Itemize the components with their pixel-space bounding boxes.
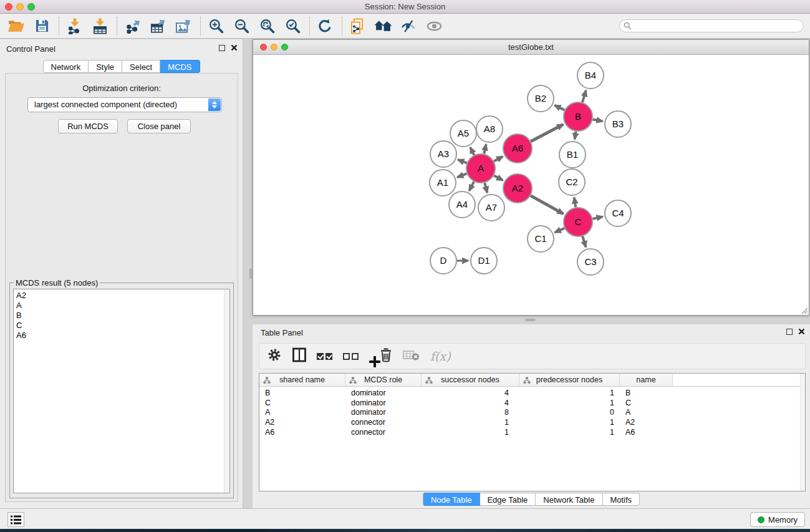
table-row[interactable]: A2connector11A2: [259, 418, 805, 428]
graph-edge-A-A5[interactable]: [470, 147, 474, 155]
graph-node-D[interactable]: D: [430, 248, 456, 274]
graph-edge-A-A2[interactable]: [494, 175, 503, 180]
list-scrollbar[interactable]: [224, 289, 229, 493]
criterion-select[interactable]: largest connected component (directed): [27, 97, 222, 112]
graph-edge-B-B1[interactable]: [575, 132, 576, 140]
cell-shared-name[interactable]: C: [259, 399, 345, 409]
cell-successor-nodes[interactable]: 4: [422, 389, 519, 399]
cell-predecessor-nodes[interactable]: 1: [519, 389, 620, 399]
close-panel-icon[interactable]: [798, 328, 805, 335]
cell-shared-name[interactable]: B: [259, 389, 345, 399]
graph-node-A3[interactable]: A3: [430, 141, 456, 167]
zoom-network-button[interactable]: [281, 44, 288, 51]
cell-name[interactable]: A: [620, 408, 673, 418]
tab-network[interactable]: Network: [42, 60, 89, 73]
tab-edge-table[interactable]: Edge Table: [480, 493, 536, 506]
graph-edge-A-A8[interactable]: [484, 144, 486, 153]
tab-node-table[interactable]: Node Table: [423, 493, 480, 506]
graph-edge-B-B4[interactable]: [582, 90, 586, 102]
cell-MCDS-role[interactable]: dominator: [345, 389, 422, 399]
table-scrollbar[interactable]: [800, 374, 805, 491]
search-input[interactable]: [619, 19, 804, 32]
mcds-result-item[interactable]: A2: [16, 291, 229, 301]
float-panel-icon[interactable]: [786, 329, 793, 335]
cell-successor-nodes[interactable]: 8: [422, 408, 519, 418]
graph-edge-A-A1[interactable]: [457, 173, 466, 177]
save-session-button[interactable]: [32, 16, 52, 36]
close-panel-icon[interactable]: [231, 44, 238, 51]
graph-edge-C-C2[interactable]: [574, 198, 576, 208]
network-from-document-button[interactable]: [347, 16, 367, 36]
cell-shared-name[interactable]: A2: [259, 418, 345, 428]
open-session-button[interactable]: [6, 16, 26, 36]
graph-node-C3[interactable]: C3: [577, 249, 604, 275]
home-view-button[interactable]: [373, 16, 393, 36]
graph-edge-B-B3[interactable]: [593, 119, 603, 121]
cell-predecessor-nodes[interactable]: 0: [519, 408, 620, 418]
zoom-selected-button[interactable]: [282, 16, 302, 36]
refresh-view-button[interactable]: [315, 16, 335, 36]
cell-name[interactable]: A2: [620, 418, 673, 428]
float-panel-icon[interactable]: [219, 45, 225, 51]
function-builder-button[interactable]: f(x): [430, 349, 451, 363]
task-history-button[interactable]: [7, 512, 24, 527]
minimize-window-button[interactable]: [16, 3, 24, 11]
deselect-all-rows-button[interactable]: [343, 353, 359, 360]
graph-node-A1[interactable]: A1: [430, 170, 456, 196]
mcds-result-item[interactable]: B: [16, 311, 229, 321]
mcds-result-item[interactable]: A: [16, 301, 229, 311]
column-header-MCDS-role[interactable]: MCDS role: [345, 374, 422, 386]
graph-node-A2[interactable]: A2: [503, 174, 532, 203]
cell-MCDS-role[interactable]: connector: [345, 428, 422, 438]
close-network-button[interactable]: [260, 44, 267, 51]
column-header-predecessor-nodes[interactable]: predecessor nodes: [519, 374, 620, 386]
delete-column-button[interactable]: [380, 347, 392, 365]
graph-node-C4[interactable]: C4: [605, 200, 631, 226]
hide-graphics-details-button[interactable]: [398, 16, 418, 36]
graph-node-B1[interactable]: B1: [559, 142, 586, 168]
network-canvas[interactable]: AA6A2BCA1A3A4A5A7A8B1B2B3B4C1C2C3C4DD1: [253, 55, 809, 315]
graph-node-B[interactable]: B: [564, 102, 592, 131]
mcds-result-item[interactable]: C: [16, 321, 229, 331]
minimize-network-button[interactable]: [271, 44, 277, 51]
tab-style[interactable]: Style: [89, 60, 122, 73]
cell-name[interactable]: A6: [620, 428, 673, 438]
run-mcds-button[interactable]: Run MCDS: [58, 119, 118, 133]
graph-edge-C-C4[interactable]: [592, 216, 602, 219]
graph-node-A7[interactable]: A7: [478, 195, 504, 221]
graph-edge-A-A6[interactable]: [494, 157, 503, 162]
cell-shared-name[interactable]: A6: [259, 428, 345, 438]
import-network-button[interactable]: [64, 16, 84, 36]
desktop-horizontal-scroll-thumb[interactable]: [525, 319, 536, 321]
network-window-titlebar[interactable]: testGlobe.txt: [253, 40, 809, 55]
graph-node-A6[interactable]: A6: [503, 134, 532, 163]
zoom-in-button[interactable]: [206, 16, 226, 36]
cell-successor-nodes[interactable]: 1: [422, 428, 519, 438]
export-network-button[interactable]: [122, 16, 142, 36]
graph-edge-C-C3[interactable]: [582, 236, 586, 247]
graph-node-C1[interactable]: C1: [528, 226, 554, 252]
import-table-button[interactable]: [90, 16, 110, 36]
table-row[interactable]: Adominator80A: [259, 408, 805, 418]
graph-node-A4[interactable]: A4: [449, 191, 475, 218]
cell-name[interactable]: B: [620, 389, 673, 399]
graph-edge-A-A7[interactable]: [485, 183, 487, 193]
graph-node-A8[interactable]: A8: [476, 116, 503, 142]
tab-network-table[interactable]: Network Table: [536, 493, 602, 506]
close-panel-button[interactable]: Close panel: [127, 119, 191, 133]
tab-mcds[interactable]: MCDS: [160, 60, 200, 73]
delete-table-button[interactable]: [403, 349, 420, 364]
graph-edge-A-A3[interactable]: [458, 160, 466, 163]
cell-MCDS-role[interactable]: connector: [345, 418, 422, 428]
show-columns-button[interactable]: [292, 347, 306, 365]
memory-button[interactable]: Memory: [750, 512, 805, 527]
graph-node-A5[interactable]: A5: [450, 120, 476, 147]
zoom-fit-button[interactable]: [257, 16, 277, 36]
graph-node-A[interactable]: A: [466, 154, 495, 183]
cell-successor-nodes[interactable]: 1: [422, 418, 519, 428]
export-image-button[interactable]: [173, 16, 193, 36]
graph-edge-A2-C[interactable]: [531, 196, 563, 214]
graph-edge-C-C1[interactable]: [555, 228, 564, 233]
tab-select[interactable]: Select: [122, 60, 160, 73]
close-window-button[interactable]: [5, 3, 12, 11]
